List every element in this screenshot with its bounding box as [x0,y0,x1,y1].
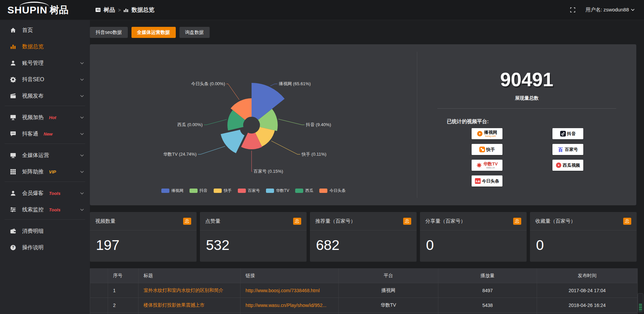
row-select-cell [90,283,108,298]
xigua-icon [556,162,561,168]
platform-name: 西瓜视频 [563,163,580,167]
sidebar-item-label: 视频发布 [22,93,44,100]
svg-text:头条: 头条 [475,180,480,183]
sidebar-divider [5,181,85,182]
legend-label: 播视网 [171,188,183,194]
cell-link: http://www.boosj.com/7338468.html [240,283,339,298]
stat-card-title: 推荐量（百家号） [315,218,356,224]
pie-label-line [252,151,252,171]
fullscreen-icon[interactable] [570,7,576,13]
chevron-down-icon [631,9,635,11]
pie-label: 西瓜 (0.00%) [177,122,203,127]
svg-text:?: ? [12,245,14,249]
sidebar-item-user[interactable]: 账号管理 [0,56,90,70]
sidebar-item-heat[interactable]: 视频加热Hot [0,110,90,125]
cell-plays: 8497 [438,283,537,298]
sliders-icon [10,207,17,213]
boosj-icon [477,131,483,137]
stat-card-title: 点赞量 [205,218,220,224]
platform-name: 百家号 [565,147,578,152]
video-table-wrap: 序号标题链接平台播放量发布时间 1室外水纹灯和室内水纹灯的区别和简介http:/… [90,268,637,314]
video-title-link[interactable]: 室外水纹灯和室内水纹灯的区别和简介 [144,287,223,293]
sidebar-item-label: 视频加热 [22,114,44,121]
platforms-column-1: 播视网boosj.com快手华数TVwasu.cn头条今日头条 [472,128,502,187]
sidebar-item-label: 会员爆客 [22,190,44,197]
legend-item[interactable]: 百家号 [238,188,260,194]
summary-area: 90491 展现量总数 已统计的视频平台: 播视网boosj.com快手华数TV… [417,44,636,205]
sidebar-item-badge: Tools [49,207,60,212]
sidebar-item-sliders[interactable]: 线索监控Tools [0,202,90,217]
platform-badge: 华数TVwasu.cn [472,160,502,171]
tab-1[interactable]: 抖音seo数据 [90,27,128,38]
legend-label: 西瓜 [305,188,313,194]
toutiao-icon: 头条 [475,178,481,184]
sidebar-item-chat[interactable]: 抖客通New [0,126,90,141]
stat-card: 分享量（百家号）总0 [420,212,527,262]
video-url-link[interactable]: http://www.wasu.cn/Play/show/id/952... [246,303,326,308]
douyin-icon [560,131,566,137]
platforms-heading: 已统计的视频平台: [447,118,489,125]
pie-label-line [204,119,227,125]
tab-2[interactable]: 全媒体运营数据 [131,27,176,38]
pie-label: 今日头条 (0.00%) [191,81,225,86]
sidebar-item-home[interactable]: 首页 [0,23,90,38]
sidebar-item-member[interactable]: 会员爆客Tools [0,186,90,201]
cell-title: 室外水纹灯和室内水纹灯的区别和简介 [139,283,240,298]
legend-item[interactable]: 播视网 [161,188,183,194]
stat-card-value: 532 [200,230,307,253]
stat-card: 推荐量（百家号）总682 [310,212,417,262]
pie-label-line [198,146,225,154]
legend-item[interactable]: 西瓜 [295,188,313,194]
sidebar-item-video[interactable]: 视频发布 [0,89,90,103]
breadcrumb-home[interactable]: 树品 [104,6,115,14]
sidebar-divider [5,219,85,220]
stat-card-title: 视频数量 [95,218,115,224]
chevron-down-icon [80,78,84,81]
sidebar-item-chart[interactable]: 数据总览 [0,39,90,54]
member-icon [10,190,17,196]
stat-card-value: 0 [530,230,637,253]
legend-item[interactable]: 抖音 [190,188,208,194]
platform-badge: 西瓜视频 [552,160,583,171]
username-dropdown[interactable]: 用户名: zswodun88 [586,7,635,13]
sidebar-item-gear[interactable]: 抖音SEO [0,72,90,87]
sidebar-item-help[interactable]: ?操作说明 [0,240,90,255]
sidebar-item-wallet[interactable]: 消费明细 [0,224,90,239]
legend-item[interactable]: 华数TV [266,188,289,194]
chevron-down-icon [80,154,84,157]
svg-text:百: 百 [558,147,563,152]
chevron-down-icon [80,116,84,119]
legend-swatch [266,189,274,193]
legend-item[interactable]: 今日头条 [319,188,345,194]
total-badge: 总 [623,218,631,225]
tab-3[interactable]: 询盘数据 [179,27,210,38]
scroll-widget[interactable] [638,293,643,313]
platform-name: 快手 [486,147,495,152]
video-title-link[interactable]: 楼体投影灯投影效果震撼上市 [144,302,205,308]
sidebar-item-monitor[interactable]: 全媒体运营 [0,148,90,163]
platform-name: 抖音 [567,132,576,136]
table-header-5: 播放量 [438,269,537,283]
sidebar-item-label: 操作说明 [22,244,44,251]
platform-badge: 百百家号 [552,144,583,155]
video-url-link[interactable]: http://www.boosj.com/7338468.html [246,288,320,293]
video-table: 序号标题链接平台播放量发布时间 1室外水纹灯和室内水纹灯的区别和简介http:/… [90,268,638,314]
table-header-1: 序号 [108,269,139,283]
platform-sub: wasu.cn [486,166,495,169]
sidebar-item-label: 矩阵助推 [22,168,44,175]
breadcrumb-current[interactable]: 数据总览 [131,6,154,14]
platform-badge: 播视网boosj.com [472,128,502,139]
chevron-down-icon [80,95,84,97]
sidebar-item-grid[interactable]: 矩阵助推VIP [0,164,90,179]
sidebar-item-label: 首页 [22,27,33,34]
table-header-4: 平台 [339,269,438,283]
sidebar-item-label: 数据总览 [22,43,44,50]
cell-no: 1 [108,283,139,298]
select-all-cell [90,269,108,283]
legend-item[interactable]: 快手 [214,188,232,194]
logo-arc [19,2,49,7]
sidebar-item-label: 抖客通 [22,130,38,138]
pie-slice-4[interactable] [221,130,245,153]
total-badge: 总 [513,218,521,225]
sidebar-item-badge: VIP [49,169,56,174]
